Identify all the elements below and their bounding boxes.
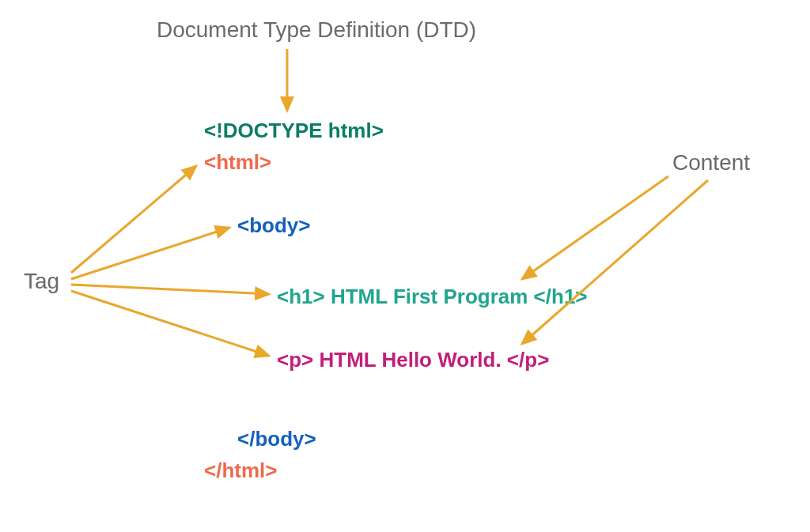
label-tag: Tag: [24, 269, 59, 294]
label-content: Content: [672, 150, 750, 175]
code-p-line: <p> HTML Hello World. </p>: [277, 348, 549, 372]
arrow-tag-to-html: [71, 166, 196, 273]
arrow-tag-to-body: [71, 228, 229, 279]
code-doctype: <!DOCTYPE html>: [204, 119, 384, 143]
code-body-close: </body>: [237, 427, 316, 451]
code-html-close: </html>: [204, 458, 277, 483]
code-h1-line: <h1> HTML First Program </h1>: [277, 285, 588, 309]
code-html-open: <html>: [204, 150, 271, 175]
arrow-content-to-h1: [522, 176, 668, 279]
arrow-content-to-p: [522, 180, 708, 344]
arrow-tag-to-p: [71, 291, 269, 356]
arrow-tag-to-h1: [71, 285, 269, 294]
diagram-arrows: [0, 0, 810, 532]
code-body-open: <body>: [237, 213, 310, 238]
label-dtd: Document Type Definition (DTD): [157, 17, 476, 43]
